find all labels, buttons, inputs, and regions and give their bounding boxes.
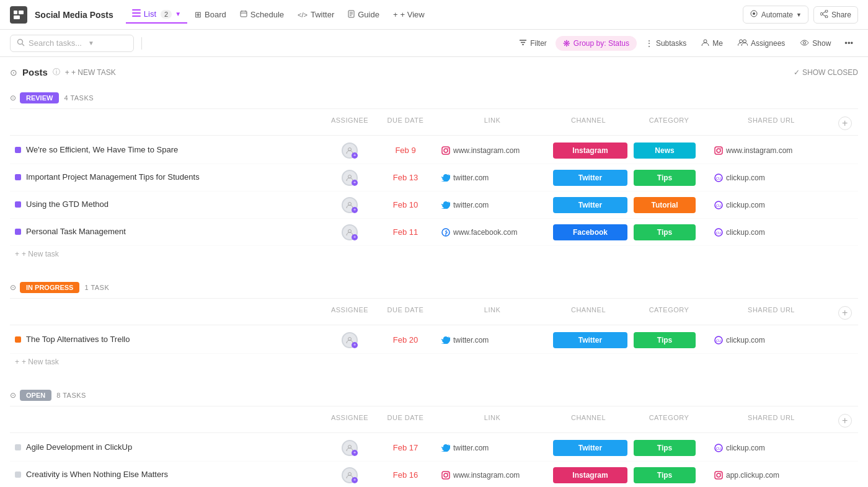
- avatar-plus-icon[interactable]: +: [352, 180, 358, 186]
- avatar-plus-icon[interactable]: +: [352, 234, 358, 240]
- avatar-plus-icon[interactable]: +: [352, 207, 358, 213]
- tab-twitter[interactable]: </> Twitter: [291, 6, 340, 23]
- add-view-button[interactable]: + + View: [388, 7, 430, 22]
- avatar[interactable]: +: [342, 467, 358, 483]
- channel-cell: Twitter: [548, 331, 629, 349]
- add-new-task-row[interactable]: ++ New task: [10, 246, 858, 262]
- task-name[interactable]: Agile Development in ClickUp: [26, 442, 132, 453]
- add-new-task-row[interactable]: ++ New task: [10, 354, 858, 370]
- shared-url-cell[interactable]: CU clickup.com: [709, 226, 833, 239]
- col-sharedurl-header: SHARED URL: [709, 304, 833, 322]
- list-dropdown-icon[interactable]: ▼: [175, 11, 181, 17]
- group-by-button[interactable]: ❋ Group by: Status: [556, 36, 637, 51]
- link-cell[interactable]: twitter.com: [436, 333, 548, 347]
- show-button[interactable]: Show: [794, 37, 837, 50]
- link-cell[interactable]: twitter.com: [436, 441, 548, 455]
- col-task-header: [10, 411, 325, 430]
- task-name[interactable]: Using the GTD Method: [26, 200, 108, 210]
- svg-point-27: [739, 40, 742, 43]
- avatar[interactable]: +: [342, 332, 358, 348]
- shared-url-cell[interactable]: CU clickup.com: [709, 171, 833, 185]
- col-duedate-header: DUE DATE: [374, 114, 436, 133]
- col-add-header: +: [833, 114, 858, 133]
- group-in-progress: ⊙ IN PROGRESS 1 TASK ASSIGNEE DUE DATE L…: [10, 277, 858, 370]
- add-col-cell: [833, 175, 858, 180]
- avatar[interactable]: +: [342, 224, 358, 240]
- link-cell[interactable]: www.instagram.com: [436, 144, 548, 157]
- shared-url-cell[interactable]: www.instagram.com: [709, 144, 833, 157]
- group-collapse-in-progress[interactable]: ⊙: [10, 283, 16, 292]
- category-cell: Tips: [629, 169, 709, 187]
- nav-tabs: List 2 ▼ ⊞ Board Schedule </> Twitter: [126, 6, 386, 24]
- new-task-button[interactable]: + + NEW TASK: [65, 68, 116, 77]
- automate-button[interactable]: Automate ▼: [743, 6, 808, 24]
- search-chevron-icon: ▼: [88, 40, 94, 46]
- show-closed-button[interactable]: ✓ SHOW CLOSED: [794, 68, 858, 77]
- col-headers-in-progress: ASSIGNEE DUE DATE LINK CHANNEL CATEGORY …: [10, 301, 858, 325]
- category-cell: Tips: [629, 223, 709, 242]
- task-name[interactable]: Important Project Management Tips for St…: [26, 172, 200, 183]
- avatar[interactable]: +: [342, 143, 358, 159]
- task-row: We're so Efficient, We Have Time to Spar…: [10, 137, 858, 164]
- task-name[interactable]: The Top Alternatives to Trello: [26, 335, 130, 345]
- tab-guide[interactable]: Guide: [342, 6, 386, 24]
- section-info-icon[interactable]: ⓘ: [53, 67, 60, 77]
- due-date-cell: Feb 11: [374, 225, 436, 239]
- tab-board[interactable]: ⊞ Board: [188, 6, 232, 23]
- link-cell[interactable]: www.facebook.com: [436, 226, 548, 239]
- svg-rect-31: [442, 147, 450, 154]
- task-name[interactable]: Personal Task Management: [26, 227, 126, 237]
- avatar-plus-icon[interactable]: +: [352, 477, 358, 483]
- assignees-button[interactable]: Assignees: [732, 36, 791, 51]
- search-box[interactable]: Search tasks... ▼: [10, 35, 134, 52]
- automate-label: Automate: [761, 11, 793, 19]
- shared-url-cell[interactable]: CU clickup.com: [709, 441, 833, 455]
- group-collapse-open[interactable]: ⊙: [10, 391, 16, 400]
- section-collapse-button[interactable]: ⊙: [10, 68, 17, 77]
- me-button[interactable]: Me: [695, 36, 729, 51]
- col-category-header: CATEGORY: [629, 114, 709, 133]
- task-color-dot: [15, 201, 21, 208]
- channel-cell: Instagram: [548, 141, 629, 160]
- search-input[interactable]: Search tasks...: [29, 38, 82, 48]
- task-color-dot: [15, 336, 21, 343]
- add-column-button[interactable]: +: [838, 116, 852, 130]
- avatar-plus-icon[interactable]: +: [352, 342, 358, 348]
- group-collapse-review[interactable]: ⊙: [10, 94, 16, 102]
- filter-icon: [519, 39, 527, 48]
- svg-point-32: [444, 149, 448, 152]
- link-cell[interactable]: twitter.com: [436, 171, 548, 185]
- add-col-cell: [833, 148, 858, 153]
- link-cell[interactable]: www.instagram.com: [436, 468, 548, 482]
- add-column-button[interactable]: +: [838, 414, 852, 428]
- shared-url-cell[interactable]: CU clickup.com: [709, 198, 833, 212]
- col-channel-header: CHANNEL: [548, 411, 629, 430]
- more-options-button[interactable]: •••: [839, 36, 858, 50]
- svg-rect-1: [19, 11, 24, 14]
- avatar[interactable]: +: [342, 170, 358, 186]
- link-cell[interactable]: twitter.com: [436, 198, 548, 212]
- shared-url-cell[interactable]: CU clickup.com: [709, 333, 833, 347]
- share-button[interactable]: Share: [813, 6, 858, 24]
- group-label-in-progress: IN PROGRESS: [20, 282, 79, 293]
- add-col-cell: [833, 473, 858, 478]
- avatar-plus-icon[interactable]: +: [352, 152, 358, 159]
- avatar[interactable]: +: [342, 440, 358, 456]
- avatar-plus-icon[interactable]: +: [352, 450, 358, 456]
- filter-button[interactable]: Filter: [513, 37, 553, 50]
- assignee-cell: +: [325, 167, 374, 188]
- task-name[interactable]: Creativity is When Nothing Else Matters: [26, 470, 168, 480]
- svg-line-22: [22, 43, 25, 46]
- subtasks-button[interactable]: ⋮ Subtasks: [639, 37, 693, 50]
- shared-url-cell[interactable]: app.clickup.com: [709, 468, 833, 482]
- groups-container: ⊙ REVIEW 4 TASKS ASSIGNEE DUE DATE LINK …: [10, 87, 858, 487]
- add-column-button[interactable]: +: [838, 306, 852, 320]
- channel-badge: Instagram: [553, 467, 627, 483]
- svg-text:CU: CU: [716, 177, 722, 180]
- task-name[interactable]: We're so Efficient, We Have Time to Spar…: [26, 145, 178, 156]
- col-duedate-header: DUE DATE: [374, 411, 436, 430]
- tab-schedule[interactable]: Schedule: [234, 6, 290, 23]
- tab-list[interactable]: List 2 ▼: [126, 6, 187, 24]
- category-cell: Tutorial: [629, 196, 709, 214]
- avatar[interactable]: +: [342, 197, 358, 213]
